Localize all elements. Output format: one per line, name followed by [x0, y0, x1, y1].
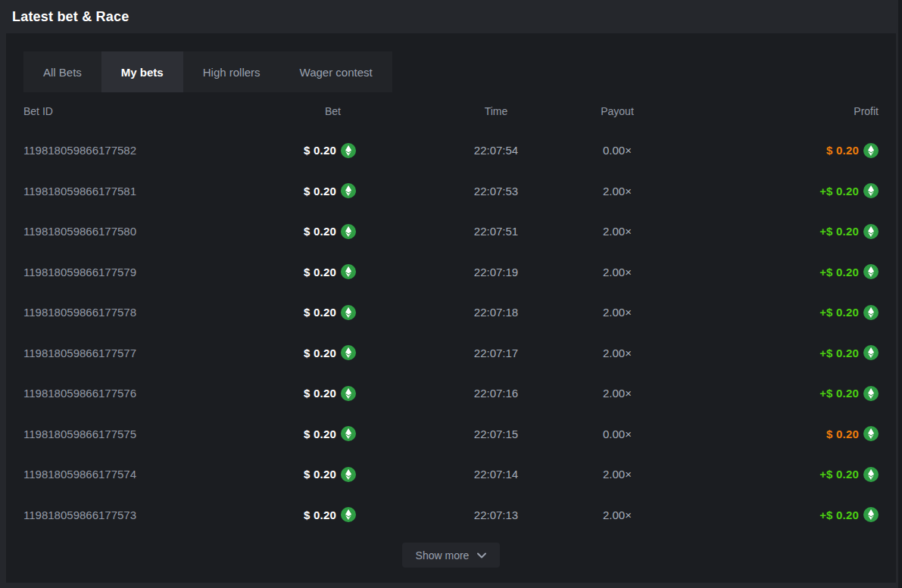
bet-id-cell: 119818059866177577: [23, 333, 136, 374]
bet-amount-cell: $ 0.20: [304, 211, 356, 252]
payout-cell: 2.00×: [572, 171, 663, 212]
table-row[interactable]: 119818059866177576$ 0.2022:07:162.00×+$ …: [23, 373, 879, 414]
eth-coin-icon: [341, 143, 356, 158]
bet-id-cell: 119818059866177578: [23, 292, 136, 333]
eth-coin-icon: [341, 224, 356, 239]
table-row[interactable]: 119818059866177582$ 0.2022:07:540.00×$ 0…: [23, 130, 879, 171]
eth-coin-icon: [863, 143, 879, 158]
table-row[interactable]: 119818059866177581$ 0.2022:07:532.00×+$ …: [23, 171, 879, 212]
eth-coin-icon: [863, 345, 879, 360]
bet-id-cell: 119818059866177576: [23, 373, 136, 414]
payout-cell: 2.00×: [572, 292, 663, 333]
eth-coin-icon: [863, 224, 879, 239]
bet-id-cell: 119818059866177580: [23, 211, 136, 252]
profit-cell: +$ 0.20: [819, 171, 879, 212]
column-header-bet: Bet: [325, 92, 341, 130]
table-row[interactable]: 119818059866177577$ 0.2022:07:172.00×+$ …: [23, 333, 879, 374]
right-edge-strip: [898, 0, 902, 588]
eth-coin-icon: [341, 507, 356, 522]
eth-coin-icon: [341, 345, 356, 360]
eth-coin-icon: [863, 183, 879, 198]
eth-coin-icon: [341, 467, 356, 482]
payout-cell: 2.00×: [572, 454, 663, 495]
eth-coin-icon: [863, 467, 879, 482]
profit-cell: $ 0.20: [826, 414, 879, 455]
topbar: Latest bet & Race: [0, 0, 902, 33]
table-row[interactable]: 119818059866177573$ 0.2022:07:132.00×+$ …: [23, 495, 879, 536]
eth-coin-icon: [341, 386, 356, 401]
tab-my-bets[interactable]: My bets: [101, 51, 183, 92]
eth-coin-icon: [341, 264, 356, 279]
profit-cell: +$ 0.20: [819, 292, 879, 333]
eth-coin-icon: [863, 264, 879, 279]
bet-amount-cell: $ 0.20: [304, 373, 356, 414]
column-header-payout: Payout: [572, 92, 663, 130]
payout-cell: 2.00×: [572, 333, 663, 374]
panel-inner: All Bets My bets High rollers Wager cont…: [6, 33, 896, 583]
profit-cell: +$ 0.20: [819, 454, 879, 495]
profit-cell: +$ 0.20: [819, 373, 879, 414]
time-cell: 22:07:17: [451, 333, 542, 374]
profit-cell: $ 0.20: [826, 130, 879, 171]
time-cell: 22:07:53: [451, 171, 542, 212]
time-cell: 22:07:16: [451, 373, 542, 414]
show-more-button[interactable]: Show more: [402, 543, 501, 568]
time-cell: 22:07:15: [451, 414, 542, 455]
eth-coin-icon: [863, 507, 879, 522]
page-title: Latest bet & Race: [12, 9, 129, 25]
eth-coin-icon: [341, 183, 356, 198]
bet-amount-cell: $ 0.20: [304, 414, 356, 455]
bet-id-cell: 119818059866177579: [23, 252, 136, 293]
profit-cell: +$ 0.20: [819, 495, 879, 536]
bet-amount-cell: $ 0.20: [304, 333, 356, 374]
table-row[interactable]: 119818059866177575$ 0.2022:07:150.00×$ 0…: [23, 414, 879, 455]
time-cell: 22:07:19: [451, 252, 542, 293]
bet-amount-cell: $ 0.20: [304, 252, 356, 293]
column-header-profit: Profit: [854, 92, 879, 130]
bet-amount-cell: $ 0.20: [304, 171, 356, 212]
time-cell: 22:07:18: [451, 292, 542, 333]
bet-amount-cell: $ 0.20: [304, 495, 356, 536]
table-row[interactable]: 119818059866177574$ 0.2022:07:142.00×+$ …: [23, 454, 879, 495]
payout-cell: 0.00×: [572, 130, 663, 171]
time-cell: 22:07:13: [451, 495, 542, 536]
bet-id-cell: 119818059866177575: [23, 414, 136, 455]
bet-amount-cell: $ 0.20: [304, 454, 356, 495]
time-cell: 22:07:14: [451, 454, 542, 495]
eth-coin-icon: [341, 426, 356, 441]
payout-cell: 2.00×: [572, 211, 663, 252]
tab-all-bets[interactable]: All Bets: [23, 51, 101, 92]
eth-coin-icon: [863, 386, 879, 401]
show-more-label: Show more: [416, 549, 470, 562]
bet-amount-cell: $ 0.20: [304, 130, 356, 171]
column-header-time: Time: [451, 92, 542, 130]
payout-cell: 0.00×: [572, 414, 663, 455]
bet-id-cell: 119818059866177573: [23, 495, 136, 536]
eth-coin-icon: [863, 305, 879, 320]
profit-cell: +$ 0.20: [819, 333, 879, 374]
profit-cell: +$ 0.20: [819, 252, 879, 293]
profit-cell: +$ 0.20: [819, 211, 879, 252]
eth-coin-icon: [341, 305, 356, 320]
time-cell: 22:07:54: [451, 130, 542, 171]
table-row[interactable]: 119818059866177579$ 0.2022:07:192.00×+$ …: [23, 252, 879, 293]
bet-amount-cell: $ 0.20: [304, 292, 356, 333]
table-header: Bet ID Bet Time Payout Profit: [23, 92, 879, 130]
bet-id-cell: 119818059866177582: [23, 130, 136, 171]
table-row[interactable]: 119818059866177580$ 0.2022:07:512.00×+$ …: [23, 211, 879, 252]
payout-cell: 2.00×: [572, 495, 663, 536]
table-body: 119818059866177582$ 0.2022:07:540.00×$ 0…: [23, 130, 879, 535]
latest-bets-panel: All Bets My bets High rollers Wager cont…: [6, 33, 896, 583]
bet-id-cell: 119818059866177574: [23, 454, 136, 495]
time-cell: 22:07:51: [451, 211, 542, 252]
show-more-wrap: Show more: [23, 543, 879, 568]
chevron-down-icon: [477, 552, 486, 558]
payout-cell: 2.00×: [572, 373, 663, 414]
column-header-bet-id: Bet ID: [23, 92, 53, 130]
table-row[interactable]: 119818059866177578$ 0.2022:07:182.00×+$ …: [23, 292, 879, 333]
tab-wager-contest[interactable]: Wager contest: [280, 51, 392, 92]
bets-tabs: All Bets My bets High rollers Wager cont…: [23, 51, 392, 92]
payout-cell: 2.00×: [572, 252, 663, 293]
bet-id-cell: 119818059866177581: [23, 171, 136, 212]
tab-high-rollers[interactable]: High rollers: [183, 51, 280, 92]
